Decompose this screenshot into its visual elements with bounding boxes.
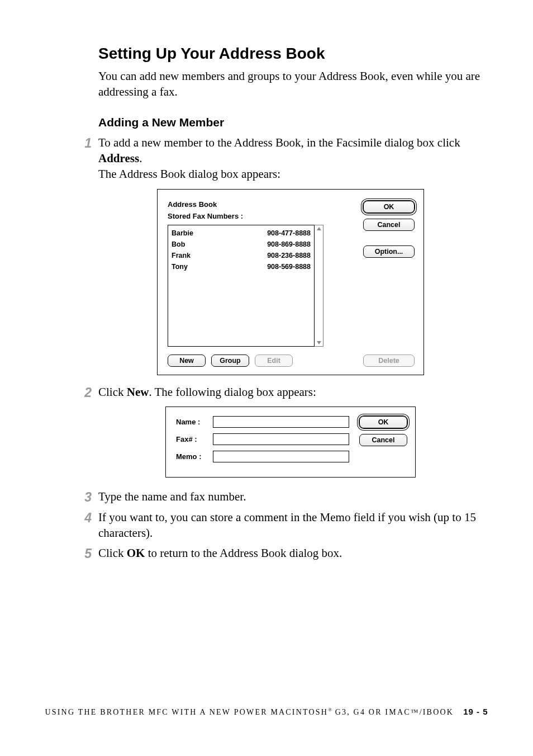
step-text: Click: [98, 546, 127, 560]
step-text: Click: [98, 385, 127, 399]
cancel-button[interactable]: Cancel: [363, 219, 415, 231]
dialog-title: Address Book: [168, 200, 355, 210]
step-1: 1 To add a new member to the Address Boo…: [76, 135, 483, 375]
ui-term: OK: [127, 546, 145, 560]
name-field[interactable]: [213, 416, 349, 428]
section-heading: Setting Up Your Address Book: [98, 45, 483, 63]
edit-button[interactable]: Edit: [255, 355, 293, 367]
address-book-dialog: Address Book Stored Fax Numbers : Barbie…: [157, 189, 424, 375]
delete-button[interactable]: Delete: [363, 355, 415, 367]
scroll-up-icon[interactable]: [317, 227, 321, 230]
contact-name: Bob: [172, 239, 185, 250]
group-button[interactable]: Group: [211, 355, 249, 367]
contact-fax: 908-569-8888: [267, 261, 311, 272]
page-number: 19 - 5: [463, 707, 488, 716]
fax-number-listbox[interactable]: Barbie908-477-8888 Bob908-869-8888 Frank…: [168, 225, 315, 347]
list-item[interactable]: Barbie908-477-8888: [172, 228, 311, 239]
subsection-heading: Adding a New Member: [98, 116, 483, 129]
step-number: 4: [76, 509, 92, 527]
step-number: 5: [76, 545, 92, 563]
step-number: 2: [76, 384, 92, 401]
list-item[interactable]: Bob908-869-8888: [172, 239, 311, 250]
dialog-subtitle: Stored Fax Numbers :: [168, 211, 355, 221]
step-text: . The following dialog box appears:: [149, 385, 316, 399]
contact-name: Frank: [172, 250, 191, 261]
footer-text: USING THE BROTHER MFC WITH A NEW POWER M…: [45, 708, 328, 716]
step-4: 4 If you want to, you can store a commen…: [76, 509, 483, 541]
new-button[interactable]: New: [168, 355, 206, 367]
option-button[interactable]: Option...: [363, 245, 415, 258]
ui-term: New: [127, 385, 149, 399]
contact-fax: 908-236-8888: [267, 250, 311, 261]
step-text: To add a new member to the Address Book,…: [98, 136, 460, 149]
section-intro: You can add new members and groups to yo…: [98, 68, 483, 100]
ok-button[interactable]: OK: [359, 416, 407, 428]
contact-fax: 908-869-8888: [267, 239, 311, 250]
step-text: Type the name and fax number.: [98, 490, 246, 503]
footer-text: G3, G4 OR IMAC™/IBOOK: [332, 708, 454, 716]
contact-fax: 908-477-8888: [267, 228, 311, 239]
step-text: to return to the Address Book dialog box…: [145, 546, 342, 560]
cancel-button[interactable]: Cancel: [359, 434, 407, 446]
ok-button[interactable]: OK: [363, 201, 415, 213]
fax-field[interactable]: [213, 433, 349, 445]
scroll-down-icon[interactable]: [317, 341, 321, 344]
step-number: 3: [76, 489, 92, 506]
contact-name: Barbie: [172, 228, 193, 239]
step-text: .: [139, 152, 142, 165]
list-item[interactable]: Tony908-569-8888: [172, 261, 311, 272]
fax-label: Fax# :: [176, 434, 207, 445]
step-text: If you want to, you can store a comment …: [98, 511, 476, 540]
new-member-dialog: Name : Fax# : Memo : OK Cancel: [165, 407, 416, 478]
contact-name: Tony: [172, 261, 188, 272]
list-item[interactable]: Frank908-236-8888: [172, 250, 311, 261]
step-2: 2 Click New. The following dialog box ap…: [76, 384, 483, 478]
ui-term: Address: [98, 152, 139, 165]
page-footer: USING THE BROTHER MFC WITH A NEW POWER M…: [0, 707, 533, 717]
name-label: Name :: [176, 417, 207, 427]
listbox-scrollbar[interactable]: [315, 225, 323, 347]
memo-field[interactable]: [213, 451, 349, 462]
step-5: 5 Click OK to return to the Address Book…: [76, 545, 483, 561]
step-text: The Address Book dialog box appears:: [98, 167, 280, 181]
step-3: 3 Type the name and fax number.: [76, 489, 483, 504]
step-number: 1: [76, 135, 92, 152]
memo-label: Memo :: [176, 452, 207, 462]
registered-mark: ®: [328, 707, 332, 712]
